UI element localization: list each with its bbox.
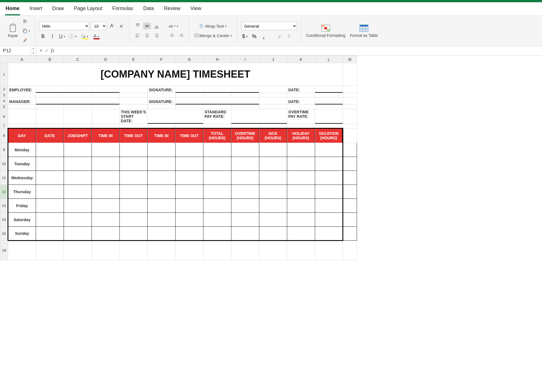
number-format-select[interactable]: General	[241, 22, 297, 30]
fx-icon[interactable]: fx	[51, 48, 54, 54]
decrease-indent-button[interactable]	[168, 32, 176, 39]
cell[interactable]	[148, 213, 176, 227]
cell[interactable]: Tuesday	[8, 157, 36, 171]
borders-button[interactable]: ▾	[68, 33, 78, 40]
row-header-1[interactable]: 1	[0, 63, 8, 86]
cell[interactable]	[8, 241, 36, 260]
cell[interactable]	[64, 124, 92, 128]
cell[interactable]	[176, 227, 203, 241]
decrease-decimal-button[interactable]: .00→0	[286, 33, 294, 40]
row-header-15[interactable]: 15	[0, 227, 8, 241]
cell[interactable]	[36, 86, 120, 93]
currency-button[interactable]: $▾	[241, 33, 249, 40]
cell[interactable]: DATE:	[287, 97, 315, 105]
cell[interactable]	[120, 97, 148, 105]
cell[interactable]	[315, 86, 343, 93]
cell[interactable]	[148, 124, 176, 128]
cell[interactable]: Wednesday	[8, 171, 36, 185]
cell[interactable]	[203, 93, 231, 97]
row-header-11[interactable]: 11	[0, 171, 8, 185]
name-box[interactable]	[0, 46, 31, 55]
cell[interactable]	[259, 241, 287, 260]
cell[interactable]	[231, 105, 259, 109]
table-header[interactable]: TIME IN	[148, 128, 176, 143]
italic-button[interactable]: I	[49, 33, 56, 40]
cell[interactable]	[315, 105, 343, 109]
tab-review[interactable]: Review	[163, 4, 181, 15]
cell[interactable]	[8, 105, 36, 109]
cell[interactable]	[92, 93, 120, 97]
cell[interactable]	[8, 93, 36, 97]
cell[interactable]	[231, 157, 259, 171]
cell[interactable]	[343, 128, 357, 143]
cell[interactable]	[259, 227, 287, 241]
cell[interactable]	[259, 185, 287, 199]
cell[interactable]	[343, 157, 357, 171]
cell[interactable]	[231, 109, 287, 124]
cell[interactable]	[259, 124, 287, 128]
cell[interactable]	[64, 171, 92, 185]
cell[interactable]	[148, 157, 176, 171]
copy-button[interactable]: ▾	[21, 27, 31, 34]
cell[interactable]	[343, 63, 357, 86]
cell[interactable]	[176, 171, 203, 185]
cell[interactable]	[259, 199, 287, 213]
table-header[interactable]: TIME IN	[92, 128, 120, 143]
cell[interactable]	[231, 143, 259, 157]
cell[interactable]	[203, 143, 231, 157]
cell[interactable]	[287, 185, 315, 199]
cell[interactable]	[176, 213, 203, 227]
tab-formulas[interactable]: Formulas	[112, 4, 134, 15]
cell[interactable]	[287, 171, 315, 185]
cell[interactable]	[36, 185, 64, 199]
cell[interactable]	[343, 171, 357, 185]
col-header-L[interactable]: L	[315, 56, 343, 63]
cell[interactable]	[176, 199, 203, 213]
cell[interactable]	[343, 97, 357, 105]
bold-button[interactable]: B	[39, 33, 47, 40]
col-header-K[interactable]: K	[287, 56, 315, 63]
cell[interactable]	[259, 105, 287, 109]
cell[interactable]	[287, 105, 315, 109]
cell[interactable]	[315, 241, 343, 260]
wrap-text-button[interactable]: ab Wrap Text▾	[193, 23, 233, 29]
cell[interactable]	[231, 124, 259, 128]
font-size-select[interactable]: 10	[91, 22, 107, 30]
title-cell[interactable]: [COMPANY NAME] TIMESHEET	[8, 63, 343, 86]
cell[interactable]	[148, 241, 176, 260]
cell[interactable]	[120, 157, 148, 171]
cell[interactable]	[148, 227, 176, 241]
cell[interactable]	[287, 124, 315, 128]
decrease-font-button[interactable]: Aˇ	[118, 23, 126, 29]
cell[interactable]	[64, 93, 92, 97]
cell[interactable]	[36, 213, 64, 227]
cell[interactable]	[203, 124, 231, 128]
tab-draw[interactable]: Draw	[52, 4, 64, 15]
cell[interactable]	[120, 93, 148, 97]
cell[interactable]	[64, 109, 92, 124]
cell[interactable]	[287, 93, 315, 97]
cell[interactable]	[36, 227, 64, 241]
table-header[interactable]: JOB/SHIFT	[64, 128, 92, 143]
col-header-I[interactable]: I	[231, 56, 259, 63]
row-header-4[interactable]: 4	[0, 97, 8, 105]
table-header[interactable]: DAY	[8, 128, 36, 143]
cell[interactable]	[36, 105, 64, 109]
tab-view[interactable]: View	[190, 4, 202, 15]
cell[interactable]	[343, 105, 357, 109]
cell[interactable]	[64, 143, 92, 157]
cell[interactable]	[315, 97, 343, 105]
cell[interactable]	[92, 124, 120, 128]
cell[interactable]	[231, 171, 259, 185]
cell[interactable]: Monday	[8, 143, 36, 157]
cell[interactable]	[36, 157, 64, 171]
format-as-table-button[interactable]: Format as Table	[349, 23, 379, 38]
cell[interactable]	[231, 241, 259, 260]
row-header-12[interactable]: 12	[0, 185, 8, 199]
cell[interactable]	[92, 199, 120, 213]
cell[interactable]	[120, 105, 148, 109]
row-header-13[interactable]: 13	[0, 199, 8, 213]
cell[interactable]	[120, 124, 148, 128]
cell[interactable]	[36, 97, 120, 105]
cell[interactable]	[343, 86, 357, 93]
